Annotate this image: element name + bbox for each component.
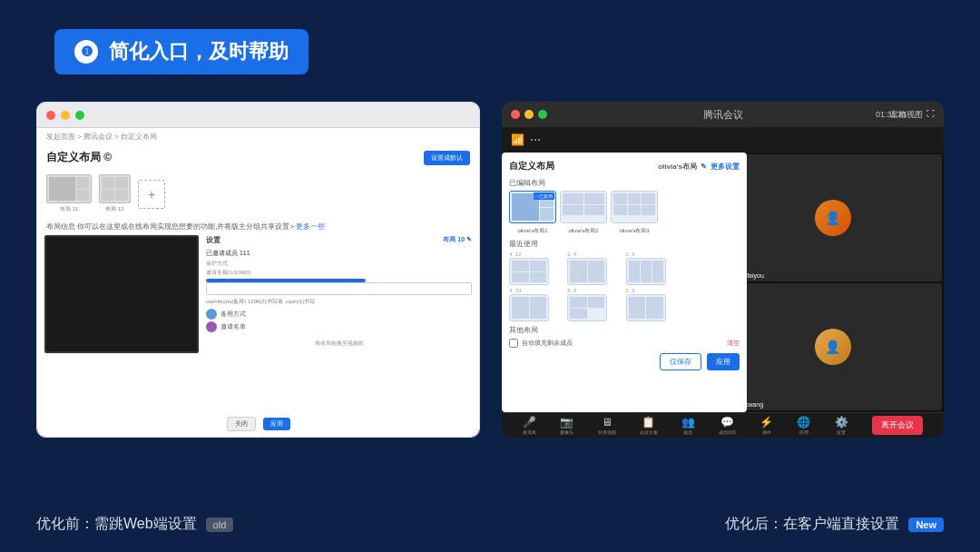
avatar-video-2: 👤 — [815, 200, 851, 236]
video-cell-4: 👤 jojocexwang — [724, 283, 943, 410]
share-icon: 🖥 — [602, 416, 612, 429]
more-settings-link[interactable]: 更多设置 — [710, 162, 740, 172]
layout-thumb-2[interactable] — [99, 174, 131, 203]
drag-hint: 将布局拖拽至视频框 — [206, 340, 472, 348]
member-name-2: 邀请名单 — [220, 322, 246, 331]
settings-button[interactable]: ⚙️ 设置 — [835, 416, 848, 435]
members-label: 成员 — [683, 429, 692, 435]
apps-button[interactable]: 🌐 应用 — [797, 416, 810, 435]
r2-thumb-1[interactable] — [509, 294, 549, 321]
mac-maximize-dot[interactable] — [538, 110, 547, 119]
share-button[interactable]: 🖥 共享画面 — [598, 416, 616, 435]
left-panel-inner: 发起页面 > 腾讯会议 > 自定义布局 自定义布局 © 设置成默认 — [37, 103, 479, 437]
recent2-3: 2, 9 — [626, 288, 681, 321]
auto-fill-checkbox[interactable] — [509, 339, 518, 348]
layout-thumb-1[interactable] — [46, 174, 92, 203]
overlay-title: 自定义布局 olivia's布局 ✎ 更多设置 — [509, 160, 740, 172]
r2c3 — [570, 297, 587, 308]
recent-row2: 4, 10 5, 9 — [509, 288, 740, 321]
recent-thumb-3[interactable] — [626, 258, 666, 285]
breakout-button[interactable]: ⚡ 插件 — [760, 416, 773, 435]
microphone-button[interactable]: 🎤 麦克风 — [523, 416, 536, 435]
r1-c4 — [530, 272, 547, 283]
cell-3-6 — [642, 205, 655, 216]
close-button-left[interactable]: 关闭 — [227, 417, 256, 431]
recent-label-1: 4, 12 — [509, 251, 564, 257]
mac-minimize-dot[interactable] — [524, 110, 534, 119]
template-label: 布局信息 你可以在这里或在线布局实现您想要的功能,并将版主分组共享设置> 更多一… — [46, 222, 325, 232]
save-apply-row: 仅保存 应用 — [509, 353, 740, 370]
right-settings: 设置 布局 10 ✎ 已邀请成员 111 保护方式 邀请名额(1/10000) … — [206, 235, 472, 411]
camera-button[interactable]: 📷 摄像头 — [560, 416, 573, 435]
fullscreen-icon[interactable]: ⛶ — [926, 109, 935, 121]
captions-row: 优化前：需跳Web端设置 old 优化后：在客户端直接设置 New — [36, 515, 944, 534]
clear-label[interactable]: 清空 — [727, 339, 740, 348]
header-badge: ❶ 简化入口，及时帮助 — [54, 29, 309, 74]
close-dot[interactable] — [46, 111, 55, 120]
leave-meeting-button[interactable]: 离开会议 — [872, 416, 923, 435]
member-item-1: 备用方式 — [206, 309, 472, 320]
host-row: olivia's布局 ✎ 更多设置 — [658, 162, 740, 172]
r2-label-2: 5, 9 — [567, 288, 622, 293]
recent-thumb-2[interactable] — [567, 258, 607, 285]
apply-button-right[interactable]: 应用 — [707, 353, 740, 370]
edit-icon-right[interactable]: ✎ — [701, 163, 707, 171]
calendar-button[interactable]: 📋 会议方案 — [640, 416, 658, 435]
page-title-row: 自定义布局 © 设置成默认 — [37, 145, 479, 170]
cell-3-2 — [628, 193, 642, 204]
layout3-label: olivia's布局3 — [619, 227, 649, 235]
members-button[interactable]: 👥 成员 — [681, 416, 695, 435]
save-only-button[interactable]: 仅保存 — [660, 353, 701, 370]
edited-layout-1[interactable]: □ 已套用 olivia's布局1 — [509, 191, 556, 235]
caption-left-text: 优化前：需跳Web端设置 — [36, 515, 197, 534]
meeting-content: 👤 oliviazhou 🎤 👤 uagi.infaiyou 👤 oliviaz… — [502, 153, 944, 412]
r2c5 — [570, 309, 587, 320]
caption-right-text: 优化后：在客户端直接设置 — [725, 515, 899, 534]
r2c6 — [629, 297, 646, 319]
applied-badge: □ 已套用 — [534, 192, 554, 200]
chat-label: 成员(00) — [719, 429, 736, 435]
avatar-1 — [206, 309, 217, 320]
settings-icon: ⚙️ — [835, 416, 848, 429]
mac-close-dot[interactable] — [511, 110, 520, 119]
custom-layout-overlay: 自定义布局 olivia's布局 ✎ 更多设置 已编辑布局 — [502, 153, 747, 412]
mac-dots — [511, 110, 547, 119]
chat-button[interactable]: 💬 成员(00) — [719, 416, 736, 435]
layout-options-row: 布局 11 布局 12 + — [37, 170, 479, 218]
layout1-label: olivia's布局1 — [517, 227, 547, 235]
r2-thumb-3[interactable] — [626, 294, 666, 321]
camera-icon: 📷 — [560, 416, 573, 429]
r2-thumb-2[interactable] — [567, 294, 607, 321]
cell-3-1 — [613, 193, 627, 204]
member-input[interactable] — [206, 282, 472, 295]
mac-titlebar: 腾讯会议 01:31:21 宫格视图 ⛶ — [502, 102, 944, 127]
mac-controls[interactable]: 宫格视图 ⛶ — [890, 109, 935, 121]
apps-icon: 🌐 — [797, 416, 810, 429]
edit-link[interactable]: 布局 10 ✎ — [443, 235, 472, 245]
layout-label-2: 布局 12 — [105, 205, 123, 213]
edited-section-label: 已编辑布局 — [509, 178, 740, 188]
section-header: 布局信息 你可以在这里或在线布局实现您想要的功能,并将版主分组共享设置> 更多一… — [37, 218, 479, 235]
member-item-2: 邀请名单 — [206, 321, 472, 332]
auto-fill-label: 自动填充剩余成员 — [522, 339, 573, 348]
maximize-dot[interactable] — [75, 111, 84, 120]
layout-add-button[interactable]: + — [138, 180, 165, 209]
set-default-button[interactable]: 设置成默认 — [424, 151, 470, 165]
cell-3-5 — [628, 205, 642, 216]
recent2-2: 5, 9 — [567, 288, 622, 321]
members-label: 已邀请成员 111 — [206, 249, 472, 258]
layout-mini-2-thumb — [560, 191, 607, 223]
breakout-icon: ⚡ — [760, 416, 773, 429]
recent-grid-1 — [510, 259, 548, 284]
camera-label: 摄像头 — [560, 429, 573, 435]
grid-view-label: 宫格视图 — [890, 109, 923, 121]
minimize-dot[interactable] — [61, 111, 70, 120]
bottom-meeting-bar: 🎤 麦克风 📷 摄像头 🖥 共享画面 📋 会议方案 👥 成员 💬 成员( — [502, 412, 944, 438]
edited-layout-3[interactable]: olivia's布局3 — [611, 191, 658, 235]
count-label: 邀请名额(1/10000) — [206, 269, 472, 277]
apply-button-left[interactable]: 应用 — [263, 418, 290, 430]
edited-layout-2[interactable]: olivia's布局2 — [560, 191, 607, 235]
preview-area — [44, 235, 199, 353]
bottom-bar: 关闭 应用 — [37, 411, 479, 437]
recent-thumb-1[interactable] — [509, 258, 549, 285]
